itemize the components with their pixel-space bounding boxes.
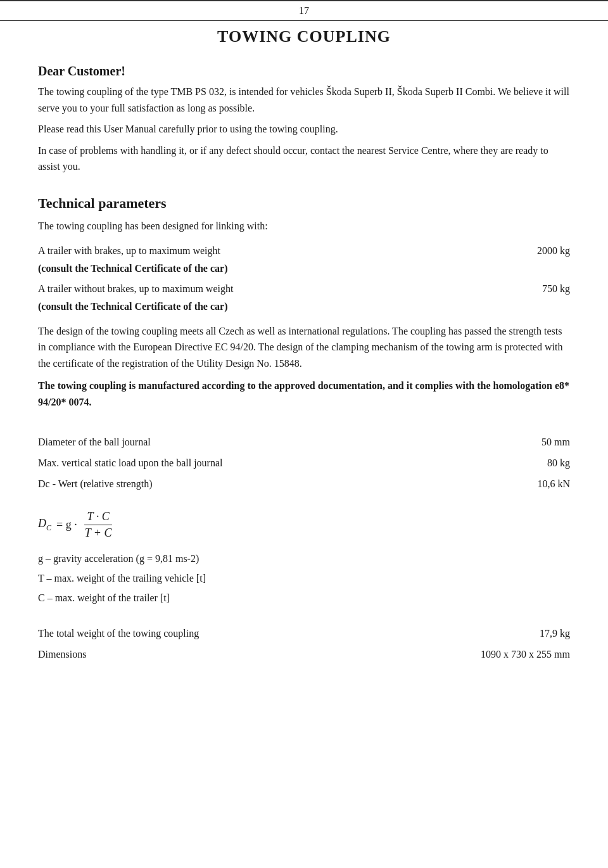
description-paragraph-1: The design of the towing coupling meets …: [38, 323, 570, 372]
total-weight-value: 17,9 kg: [488, 625, 570, 642]
intro-paragraph-1: The towing coupling of the type TMB PS 0…: [38, 84, 570, 116]
dc-wert-label: Dc - Wert (relative strength): [38, 475, 488, 492]
trailer-with-brakes-note-row: (consult the Technical Certificate of th…: [38, 261, 570, 276]
tech-params-heading: Technical parameters: [38, 195, 570, 212]
trailer-without-brakes-label: A trailer without brakes, up to maximum …: [38, 281, 494, 297]
page-number-bar: 17: [0, 0, 608, 21]
diameter-label: Diameter of the ball journal: [38, 433, 488, 450]
trailer-without-brakes-value: 750 kg: [494, 281, 570, 297]
trailer-with-brakes-value: 2000 kg: [494, 243, 570, 258]
max-load-label: Max. vertical static load upon the ball …: [38, 454, 488, 471]
formula-fraction: T · C T + C: [82, 510, 115, 540]
trailer-with-brakes-note: (consult the Technical Certificate of th…: [38, 261, 570, 276]
formula-numerator: T · C: [84, 510, 111, 525]
trailer-without-brakes-row: A trailer without brakes, up to maximum …: [38, 281, 570, 297]
trailer-with-brakes-row: A trailer with brakes, up to maximum wei…: [38, 243, 570, 258]
intro-paragraph-3: In case of problems with handling it, or…: [38, 143, 570, 175]
dc-wert-row: Dc - Wert (relative strength) 10,6 kN: [38, 475, 570, 492]
formula-equals: = g ·: [56, 518, 77, 532]
dimensions-value: 1090 x 730 x 255 mm: [481, 646, 570, 663]
dear-customer-heading: Dear Customer!: [38, 64, 570, 79]
intro-paragraph-2: Please read this User Manual carefully p…: [38, 121, 570, 137]
formula-section: DC = g · T · C T + C: [38, 510, 570, 540]
T-description: T – max. weight of the trailing vehicle …: [38, 570, 570, 587]
dc-wert-value: 10,6 kN: [488, 475, 570, 492]
g-description: g – gravity acceleration (g = 9,81 ms-2): [38, 550, 570, 567]
tech-params-intro: The towing coupling has been designed fo…: [38, 218, 570, 234]
specs-section: Diameter of the ball journal 50 mm Max. …: [38, 433, 570, 493]
formula-denominator: T + C: [82, 525, 115, 540]
formula-subscript: C: [46, 523, 51, 532]
tech-params-section: Technical parameters The towing coupling…: [38, 195, 570, 411]
description-bold: The towing coupling is manufactured acco…: [38, 378, 570, 410]
page-title: TOWING COUPLING: [38, 27, 570, 46]
formula-lhs: DC: [38, 517, 51, 533]
trailer-without-brakes-note-row: (consult the Technical Certificate of th…: [38, 299, 570, 314]
C-description: C – max. weight of the trailer [t]: [38, 589, 570, 606]
dimensions-label: Dimensions: [38, 646, 481, 663]
footer-specs: The total weight of the towing coupling …: [38, 625, 570, 663]
total-weight-label: The total weight of the towing coupling: [38, 625, 488, 642]
trailer-without-brakes-note: (consult the Technical Certificate of th…: [38, 299, 570, 314]
diameter-value: 50 mm: [488, 433, 570, 450]
dimensions-row: Dimensions 1090 x 730 x 255 mm: [38, 646, 570, 663]
max-load-value: 80 kg: [488, 454, 570, 471]
diameter-row: Diameter of the ball journal 50 mm: [38, 433, 570, 450]
trailer-with-brakes-label: A trailer with brakes, up to maximum wei…: [38, 243, 494, 258]
page-number: 17: [299, 5, 309, 16]
page: 17 TOWING COUPLING Dear Customer! The to…: [0, 0, 608, 868]
variable-descriptions: g – gravity acceleration (g = 9,81 ms-2)…: [38, 550, 570, 607]
page-content: TOWING COUPLING Dear Customer! The towin…: [0, 27, 608, 692]
total-weight-row: The total weight of the towing coupling …: [38, 625, 570, 642]
max-load-row: Max. vertical static load upon the ball …: [38, 454, 570, 471]
